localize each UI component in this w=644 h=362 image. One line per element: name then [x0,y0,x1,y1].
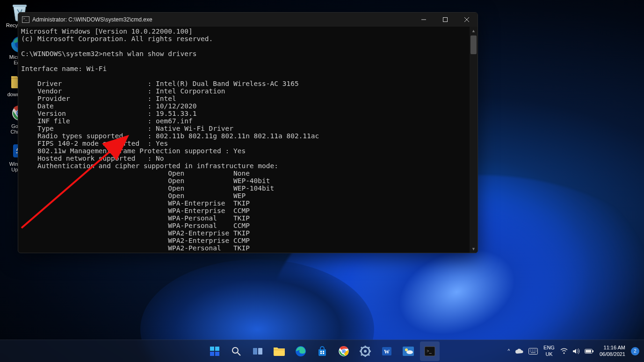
svg-point-55 [534,351,535,352]
svg-point-54 [532,351,533,352]
cmd-title: Administrator: C:\WINDOWS\system32\cmd.e… [32,16,152,23]
volume-icon [572,348,580,355]
svg-rect-8 [443,18,448,22]
wifi-icon [560,348,568,355]
svg-point-53 [530,351,531,352]
svg-rect-19 [258,348,262,355]
svg-text:>_: >_ [427,348,432,354]
notification-badge[interactable]: 2 [631,347,639,355]
lang-bottom: UK [543,351,555,357]
scroll-thumb[interactable] [470,35,477,54]
cmd-titlebar[interactable]: Administrator: C:\WINDOWS\system32\cmd.e… [18,13,478,27]
svg-point-51 [534,349,535,350]
taskbar-file-explorer-button[interactable] [269,341,289,361]
svg-point-57 [563,352,564,354]
taskbar: W >_ ^ ENG UK 11:16 AM 06/08/2021 2 [0,340,644,362]
svg-point-44 [406,350,413,354]
svg-point-50 [532,349,533,350]
svg-point-31 [364,350,367,353]
svg-point-43 [405,348,408,351]
taskbar-center: W >_ [205,341,440,361]
minimize-button[interactable] [413,13,434,27]
taskbar-edge-button[interactable] [291,341,311,361]
svg-rect-14 [210,352,214,356]
svg-rect-59 [593,350,593,352]
svg-rect-12 [210,347,214,351]
taskbar-settings-button[interactable] [355,341,375,361]
svg-rect-18 [253,348,257,355]
svg-rect-60 [586,350,591,353]
svg-point-16 [232,348,238,353]
svg-line-36 [361,347,362,348]
onedrive-icon[interactable] [515,348,524,354]
taskbar-weather-button[interactable] [398,341,418,361]
system-status-group[interactable] [560,348,594,355]
svg-rect-13 [215,347,219,351]
svg-rect-0 [13,5,27,7]
scroll-up-arrow-icon[interactable]: ▲ [470,27,478,35]
taskbar-tray: ^ ENG UK 11:16 AM 06/08/2021 2 [507,345,639,357]
taskbar-start-button[interactable] [205,341,224,361]
clock-date: 06/08/2021 [600,351,625,357]
svg-line-38 [361,354,362,355]
svg-rect-25 [323,353,324,354]
taskbar-store-button[interactable] [312,341,332,361]
taskbar-clock[interactable]: 11:16 AM 06/08/2021 [600,345,625,357]
language-indicator[interactable]: ENG UK [543,345,555,357]
close-button[interactable] [456,13,478,27]
svg-rect-20 [274,349,285,350]
svg-point-56 [535,351,536,352]
taskbar-cmd-button[interactable]: >_ [420,341,440,361]
svg-text:W: W [384,348,390,355]
svg-rect-22 [320,351,322,352]
taskbar-chrome-button[interactable] [334,341,354,361]
maximize-button[interactable] [434,13,456,27]
battery-icon [585,348,594,354]
taskbar-word-button[interactable]: W [377,341,397,361]
cmd-icon [22,16,29,23]
svg-line-37 [368,354,369,355]
cmd-window: Administrator: C:\WINDOWS\system32\cmd.e… [18,12,478,253]
cmd-scrollbar[interactable]: ▲ ▼ [470,27,478,253]
tray-chevron-icon[interactable]: ^ [507,348,510,354]
svg-point-52 [535,349,536,350]
svg-rect-23 [323,351,324,352]
taskbar-taskview-button[interactable] [248,341,268,361]
clock-time: 11:16 AM [600,345,625,351]
svg-point-49 [530,349,531,350]
svg-rect-24 [320,353,322,354]
svg-line-39 [368,347,369,348]
svg-point-29 [343,350,345,352]
touch-keyboard-icon[interactable] [528,348,538,355]
scroll-down-arrow-icon[interactable]: ▼ [470,245,478,253]
svg-line-17 [238,353,240,355]
svg-rect-15 [215,352,219,356]
taskbar-search-button[interactable] [226,341,246,361]
cmd-output[interactable]: Microsoft Windows [Version 10.0.22000.10… [18,27,470,253]
lang-top: ENG [543,345,555,351]
